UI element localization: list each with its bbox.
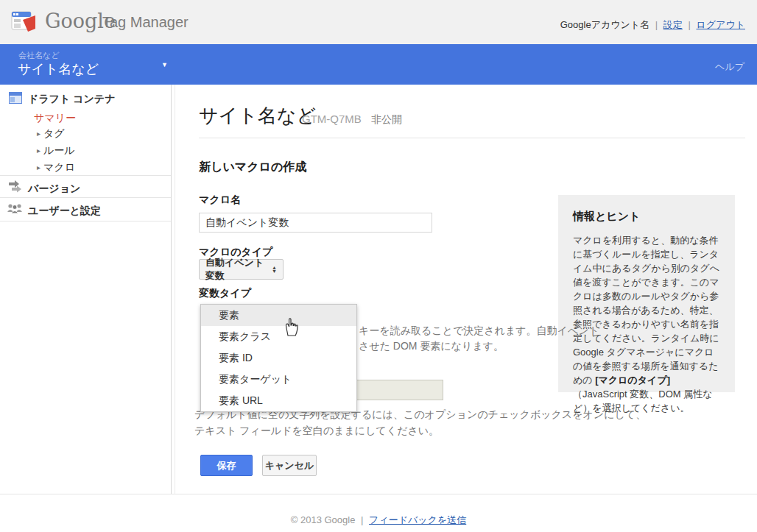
- help-link[interactable]: ヘルプ: [715, 60, 744, 74]
- description-fragment: キーを読み取ることで決定されます。自動イベント: [359, 324, 599, 338]
- macro-type-select[interactable]: 自動イベント変数 ▲▼: [199, 259, 284, 280]
- versions-icon: [7, 180, 24, 193]
- publish-status: 非公開: [371, 113, 402, 127]
- feedback-link[interactable]: フィードバックを送信: [369, 514, 466, 525]
- sidebar-item-users-settings[interactable]: ユーザーと設定: [28, 205, 101, 218]
- users-settings-icon: [6, 202, 24, 215]
- divider: [0, 494, 757, 494]
- sidebar-item-label: ユーザーと設定: [28, 205, 101, 216]
- separator: |: [655, 19, 658, 30]
- select-updown-icon: ▲▼: [272, 266, 277, 273]
- sidebar: ドラフト コンテナ サマリー ▸タグ ▸ルール ▸マクロ バージョン: [0, 85, 171, 494]
- sidebar-item-draft-container[interactable]: ドラフト コンテナ: [28, 93, 116, 106]
- sidebar-item-label: バージョン: [28, 182, 80, 194]
- info-body-text: （JavaScript 変数、DOM 属性など）を選択してください。: [573, 389, 713, 414]
- dropdown-item-element-target[interactable]: 要素ターゲット: [201, 369, 356, 390]
- divider: [0, 197, 171, 198]
- info-body-bold: [マクロのタイプ]: [595, 375, 670, 386]
- sidebar-item-label: ドラフト コンテナ: [28, 93, 116, 104]
- dropdown-item-element-id[interactable]: 要素 ID: [201, 347, 356, 369]
- draft-container-icon: [9, 92, 22, 104]
- pointer-cursor-icon: [282, 316, 300, 337]
- sidebar-item-label: サマリー: [34, 112, 76, 124]
- tag-manager-logo-icon: [10, 10, 41, 35]
- dropdown-item-element-class[interactable]: 要素クラス: [201, 326, 356, 347]
- cancel-button[interactable]: キャンセル: [262, 455, 317, 476]
- divider: [0, 175, 171, 176]
- footer: © 2013 Google | フィードバックを送信: [0, 514, 757, 527]
- sidebar-item-label: ルール: [43, 144, 75, 156]
- macro-type-value: 自動イベント変数: [205, 256, 266, 283]
- info-panel: 情報とヒント マクロを利用すると、動的な条件に基づくルールを指定し、ランタイム中…: [558, 195, 735, 392]
- info-body-text: マクロを利用すると、動的な条件に基づくルールを指定し、ランタイム中にあるタグから…: [573, 235, 719, 386]
- logout-link[interactable]: ログアウト: [696, 19, 745, 30]
- dropdown-item-element-url[interactable]: 要素 URL: [201, 390, 356, 411]
- sidebar-item-label: タグ: [43, 127, 65, 139]
- site-name: サイト名など: [18, 62, 99, 77]
- settings-link[interactable]: 設定: [663, 19, 683, 30]
- sidebar-item-tags[interactable]: ▸タグ: [37, 127, 65, 141]
- divider: [0, 221, 171, 221]
- company-name: 会社名など: [18, 50, 60, 61]
- container-id: GTM-Q7MB: [302, 113, 362, 125]
- sidebar-item-label: マクロ: [43, 161, 75, 173]
- macro-name-label: マクロ名: [199, 194, 241, 207]
- account-name: Googleアカウント名: [560, 19, 649, 30]
- sidebar-item-macros[interactable]: ▸マクロ: [37, 161, 75, 174]
- macro-name-input[interactable]: [199, 213, 432, 233]
- expand-arrow-icon: ▸: [37, 146, 41, 155]
- account-bar: Googleアカウント名 | 設定 | ログアウト: [560, 18, 745, 32]
- expand-arrow-icon: ▸: [37, 163, 41, 171]
- copyright: © 2013 Google: [291, 514, 356, 525]
- page-title: サイト名など: [199, 103, 316, 129]
- info-panel-title: 情報とヒント: [573, 210, 720, 224]
- sidebar-divider: [171, 85, 172, 494]
- sidebar-item-summary[interactable]: サマリー: [34, 112, 76, 125]
- page: Google Tag Manager Googleアカウント名 | 設定 | ロ…: [0, 0, 757, 532]
- variable-type-label: 変数タイプ: [199, 287, 251, 300]
- variable-type-dropdown: 要素 要素クラス 要素 ID 要素ターゲット 要素 URL: [200, 304, 357, 412]
- container-bar: 会社名など サイト名など ▼ ヘルプ: [0, 44, 757, 85]
- app-header: Google Tag Manager Googleアカウント名 | 設定 | ロ…: [0, 0, 757, 44]
- description-fragment: させた DOM 要素になります。: [359, 340, 504, 353]
- expand-arrow-icon: ▸: [37, 130, 41, 138]
- separator: |: [688, 19, 690, 30]
- content-edge-divider: [175, 85, 175, 494]
- section-heading: 新しいマクロの作成: [199, 160, 306, 175]
- separator: |: [361, 514, 363, 525]
- save-button[interactable]: 保存: [200, 455, 253, 476]
- divider: [199, 138, 745, 138]
- sidebar-item-versions[interactable]: バージョン: [28, 182, 80, 196]
- container-selector[interactable]: サイト名など ▼: [18, 60, 99, 78]
- sidebar-item-rules[interactable]: ▸ルール: [37, 144, 75, 157]
- dropdown-item-element[interactable]: 要素: [201, 305, 356, 326]
- default-note-line2: テキスト フィールドを空白のままにしてください。: [194, 425, 439, 438]
- product-name: Tag Manager: [102, 14, 189, 31]
- chevron-down-icon: ▼: [161, 61, 168, 68]
